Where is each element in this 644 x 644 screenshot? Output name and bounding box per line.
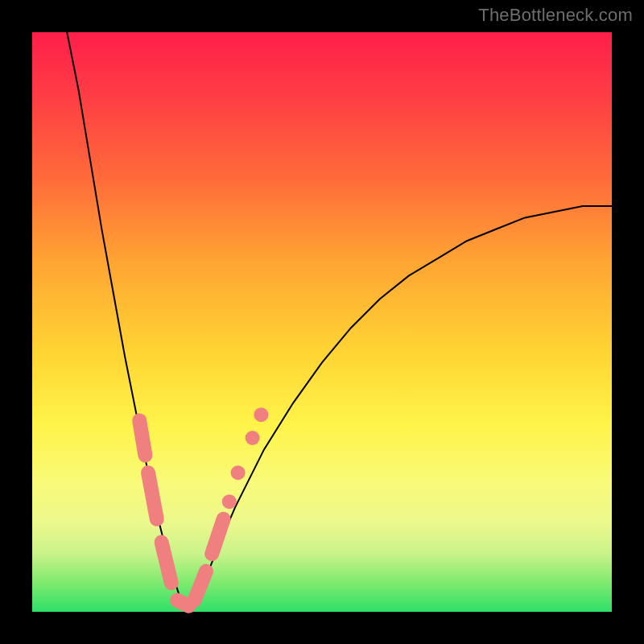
sample-dot-capsule	[212, 519, 223, 554]
sample-dot	[222, 494, 237, 509]
bottleneck-curve	[67, 32, 612, 606]
sample-dot-capsule	[139, 420, 145, 455]
watermark-text: TheBottleneck.com	[478, 5, 633, 26]
sample-dot-capsule	[162, 543, 171, 583]
plot-area	[32, 32, 612, 612]
sample-dot-capsule	[148, 473, 157, 519]
sample-dot-capsule	[195, 572, 206, 601]
sample-dot-capsule	[177, 601, 188, 606]
sample-dots-group	[139, 407, 268, 606]
sample-dot	[231, 465, 246, 480]
sample-dot	[246, 431, 260, 445]
sample-dot	[254, 407, 268, 422]
chart-stage: TheBottleneck.com	[0, 0, 644, 644]
curve-svg	[32, 32, 612, 612]
